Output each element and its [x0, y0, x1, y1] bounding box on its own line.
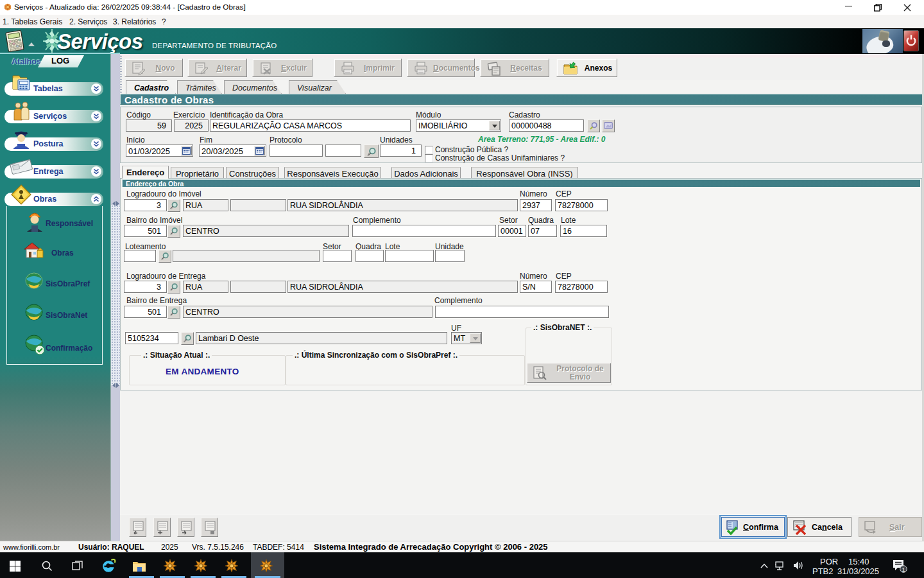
- svg-text:1: 1: [902, 566, 905, 573]
